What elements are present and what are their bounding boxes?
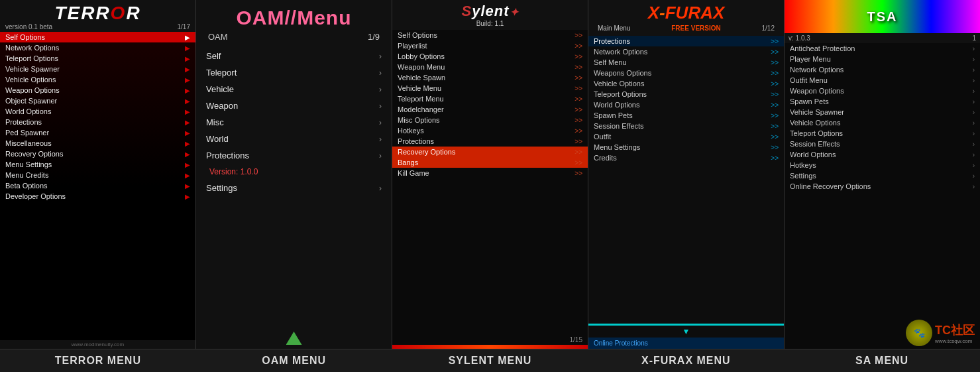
- sa-item-12[interactable]: Settings ›: [785, 170, 980, 181]
- oam-item-1[interactable]: Teleport ›: [199, 64, 388, 81]
- terror-item-5[interactable]: Weapon Options ▶: [0, 85, 195, 95]
- xfurax-item-1[interactable]: Network Options >>: [588, 46, 784, 57]
- sylent-item-label-9: Hotkeys: [398, 127, 424, 135]
- terror-menu-list: Self Options ▶ Network Options ▶ Telepor…: [0, 32, 195, 340]
- oam-item-6[interactable]: Protections ›: [199, 147, 388, 164]
- xfurax-item-8[interactable]: Session Effects >>: [588, 121, 784, 131]
- sa-arrow-11: ›: [973, 162, 975, 169]
- sylent-item-12[interactable]: Bangs >>: [392, 157, 588, 168]
- xfurax-item-6[interactable]: World Options >>: [588, 99, 784, 110]
- sa-item-7[interactable]: Vehicle Options ›: [785, 117, 980, 128]
- terror-item-15[interactable]: Developer Options ▶: [0, 191, 195, 202]
- terror-item-12[interactable]: Menu Settings ▶: [0, 159, 195, 170]
- sa-item-4[interactable]: Weapon Options ›: [785, 86, 980, 96]
- sylent-item-1[interactable]: Playerlist >>: [392, 40, 588, 51]
- terror-item-7[interactable]: World Options ▶: [0, 106, 195, 117]
- terror-item-10[interactable]: Miscellaneous ▶: [0, 138, 195, 149]
- sylent-item-9[interactable]: Hotkeys >>: [392, 125, 588, 136]
- sa-item-11[interactable]: Hotkeys ›: [785, 160, 980, 170]
- sa-item-1[interactable]: Player Menu ›: [785, 54, 980, 64]
- xfurax-item-11[interactable]: Credits >>: [588, 153, 784, 163]
- terror-item-label-10: Miscellaneous: [5, 139, 52, 147]
- sylent-item-8[interactable]: Misc Options >>: [392, 115, 588, 125]
- oam-subtitle: OAM 1/9: [203, 29, 385, 44]
- sa-item-6[interactable]: Vehicle Spawner ›: [785, 107, 980, 117]
- xfurax-page: 1/12: [762, 25, 775, 32]
- oam-item-2[interactable]: Vehicle ›: [199, 81, 388, 97]
- terror-item-3[interactable]: Vehicle Spawner ▶: [0, 64, 195, 74]
- terror-item-13[interactable]: Menu Credits ▶: [0, 170, 195, 180]
- xfurax-item-9[interactable]: Outfit >>: [588, 131, 784, 142]
- sa-item-9[interactable]: Session Effects ›: [785, 139, 980, 149]
- sylent-item-5[interactable]: Vehicle Menu >>: [392, 83, 588, 93]
- oam-arrow-4: ›: [379, 118, 382, 127]
- oam-item-7[interactable]: Settings ›: [199, 180, 388, 196]
- sa-item-label-13: Online Recovery Options: [790, 182, 871, 190]
- sylent-item-0[interactable]: Self Options >>: [392, 30, 588, 40]
- sylent-item-10[interactable]: Protections >>: [392, 136, 588, 147]
- xfurax-label: X-FURAX MENU: [588, 349, 784, 372]
- oam-arrow-1: ›: [379, 68, 382, 78]
- sylent-item-13[interactable]: Kill Game >>: [392, 168, 588, 178]
- sa-item-3[interactable]: Outfit Menu ›: [785, 75, 980, 86]
- terror-item-1[interactable]: Network Options ▶: [0, 42, 195, 53]
- oam-item-label-6: Protections: [206, 151, 249, 160]
- sa-arrow-10: ›: [973, 151, 975, 158]
- oam-item-3[interactable]: Weapon ›: [199, 97, 388, 114]
- sylent-arrow-0: >>: [574, 32, 582, 39]
- oam-header: OAM//Menu OAM 1/9: [196, 0, 392, 48]
- terror-item-6[interactable]: Object Spawner ▶: [0, 95, 195, 106]
- terror-item-14[interactable]: Beta Options ▶: [0, 180, 195, 191]
- sa-item-10[interactable]: World Options ›: [785, 149, 980, 160]
- sylent-item-11[interactable]: Recovery Options >>: [392, 147, 588, 157]
- oam-item-label-3: Weapon: [206, 101, 238, 111]
- sa-arrow-7: ›: [973, 119, 975, 127]
- xfurax-item-10[interactable]: Menu Settings >>: [588, 142, 784, 153]
- xfurax-item-2[interactable]: Self Menu >>: [588, 57, 784, 68]
- terror-header: TERROR version 0.1 beta 1/17: [0, 0, 195, 32]
- oam-version-value: 1.0.0: [241, 167, 258, 176]
- sylent-item-7[interactable]: Modelchanger >>: [392, 104, 588, 115]
- terror-item-9[interactable]: Ped Spawner ▶: [0, 127, 195, 138]
- sa-item-label-0: Anticheat Protection: [790, 44, 855, 52]
- sylent-item-4[interactable]: Vehicle Spawn >>: [392, 72, 588, 83]
- xfurax-arrow-10: >>: [771, 144, 779, 151]
- sylent-item-2[interactable]: Lobby Options >>: [392, 51, 588, 62]
- xfurax-item-0[interactable]: Protections >>: [588, 36, 784, 46]
- xfurax-item-3[interactable]: Weapons Options >>: [588, 68, 784, 78]
- oam-item-4[interactable]: Misc ›: [199, 114, 388, 131]
- terror-o: O: [111, 3, 127, 23]
- terror-item-8[interactable]: Protections ▶: [0, 117, 195, 127]
- terror-version-text: version 0.1 beta: [5, 23, 52, 31]
- sylent-item-6[interactable]: Teleport Menu >>: [392, 93, 588, 104]
- sa-logo: TSA: [867, 9, 898, 25]
- sa-label: SA MENU: [784, 349, 980, 372]
- sylent-arrow-4: >>: [574, 74, 582, 82]
- sa-item-label-8: Teleport Options: [790, 129, 843, 137]
- oam-item-label-5: World: [206, 134, 229, 144]
- sylent-item-3[interactable]: Weapon Menu >>: [392, 62, 588, 72]
- oam-label: OAM MENU: [196, 349, 392, 372]
- terror-arrow-9: ▶: [185, 129, 190, 137]
- sa-item-13[interactable]: Online Recovery Options ›: [785, 181, 980, 192]
- sa-item-8[interactable]: Teleport Options ›: [785, 128, 980, 139]
- tc-text: TC社区: [935, 322, 975, 338]
- oam-item-0[interactable]: Self ›: [199, 48, 388, 64]
- terror-item-2[interactable]: Teleport Options ▶: [0, 53, 195, 64]
- sylent-footer: [392, 345, 588, 349]
- xfurax-item-7[interactable]: Spawn Pets >>: [588, 110, 784, 121]
- sa-item-0[interactable]: Anticheat Protection ›: [785, 43, 980, 54]
- xfurax-item-4[interactable]: Vehicle Options >>: [588, 78, 784, 89]
- sa-item-5[interactable]: Spawn Pets ›: [785, 96, 980, 107]
- xfurax-arrow-6: >>: [771, 101, 779, 109]
- terror-item-4[interactable]: Vehicle Options ▶: [0, 74, 195, 85]
- xfurax-title: X-FURAX: [594, 3, 779, 23]
- terror-item-label-0: Self Options: [5, 33, 45, 41]
- xfurax-bottom-item[interactable]: Online Protections: [588, 338, 784, 349]
- terror-item-11[interactable]: Recovery Options ▶: [0, 149, 195, 159]
- sylent-arrow-2: >>: [574, 53, 582, 60]
- sa-item-2[interactable]: Network Options ›: [785, 64, 980, 75]
- terror-item-0[interactable]: Self Options ▶: [0, 32, 195, 42]
- oam-item-5[interactable]: World ›: [199, 131, 388, 147]
- xfurax-item-5[interactable]: Teleport Options >>: [588, 89, 784, 99]
